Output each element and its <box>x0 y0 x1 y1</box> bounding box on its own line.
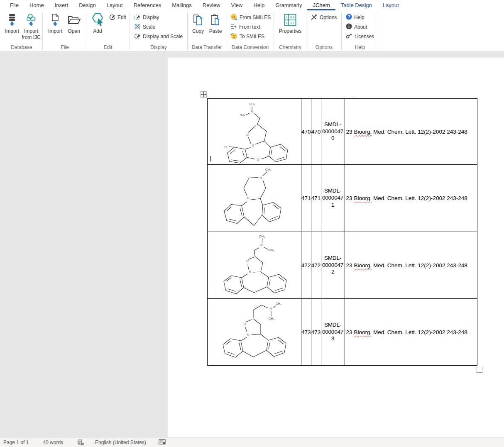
cell-id-a[interactable]: 470 <box>301 99 311 165</box>
table-resize-handle[interactable] <box>477 367 482 373</box>
tab-home[interactable]: Home <box>24 0 49 10</box>
misspelled-word: Bioorg. <box>354 129 372 135</box>
cell-id-b[interactable]: 471 <box>311 165 321 232</box>
cell-smdl[interactable]: SMDL-00000472 <box>321 232 345 299</box>
svg-text:x: x <box>286 21 287 25</box>
svg-text:N: N <box>247 196 249 200</box>
proofing-errors-icon[interactable] <box>73 439 88 446</box>
tab-layout[interactable]: Layout <box>101 0 128 10</box>
open-folder-icon <box>67 13 81 27</box>
scale-arrows-icon <box>134 23 141 31</box>
svg-text:N: N <box>260 243 262 247</box>
tab-mailings[interactable]: Mailings <box>166 0 197 10</box>
display-and-scale-button[interactable]: Display and Scale <box>134 32 183 41</box>
scale-button[interactable]: Scale <box>134 23 155 31</box>
structure-cell-472[interactable]: CH₃ N CH₃ O N <box>208 232 301 299</box>
tab-file[interactable]: File <box>5 0 24 10</box>
table-row: CH₃ N N 471 471 SMDL-00000471 23 Bioorg.… <box>208 165 477 232</box>
properties-button[interactable]: a 0.4 x 3.1 Properties <box>278 13 302 34</box>
group-label-file: File <box>44 44 86 50</box>
from-smiles-button[interactable]: From SMILES <box>230 13 271 22</box>
cell-ref[interactable]: 23 <box>345 299 354 366</box>
group-display: Display Scale Display and Scale Display <box>131 10 186 51</box>
group-label-data-transfer: Data Transfer <box>188 44 225 50</box>
tab-table-layout[interactable]: Layout <box>377 0 404 10</box>
svg-text:CH₃: CH₃ <box>276 302 281 305</box>
svg-text:O: O <box>257 158 259 161</box>
about-button[interactable]: About <box>346 23 367 31</box>
display-button[interactable]: Display <box>134 13 159 22</box>
structure-cell-470[interactable]: CH₃ N H₃C O N Cl O <box>208 99 301 165</box>
options-button[interactable]: Options <box>311 13 337 22</box>
group-label-options: Options <box>307 44 341 50</box>
add-structure-button[interactable]: Add <box>90 13 105 34</box>
cell-ref[interactable]: 23 <box>345 99 354 165</box>
cell-id-b[interactable]: 472 <box>311 232 321 299</box>
tab-review[interactable]: Review <box>197 0 226 10</box>
from-text-button[interactable]: From text <box>230 23 260 31</box>
database-import-from-ijc-button[interactable]: Importfrom IJC <box>21 13 42 41</box>
group-edit: Add Edit Edit <box>87 10 129 51</box>
group-database: Import Importfrom IJC Database <box>2 10 42 51</box>
group-label-edit: Edit <box>87 44 129 50</box>
group-label-chemistry: Chemistry <box>275 44 306 50</box>
svg-text:3.1: 3.1 <box>290 21 294 25</box>
page-indicator[interactable]: Page 1 of 1 <box>0 440 33 445</box>
cell-smdl[interactable]: SMDL-00000471 <box>321 165 345 232</box>
svg-text:CH₃: CH₃ <box>265 168 271 171</box>
cell-ref[interactable]: 23 <box>345 165 354 232</box>
display-and-scale-icon <box>134 33 141 41</box>
tab-references[interactable]: References <box>128 0 166 10</box>
database-import-icon <box>7 13 17 27</box>
cell-citation[interactable]: Bioorg. Med. Chem. Lett. 12(2)-2002 243-… <box>354 232 477 299</box>
edit-structure-button[interactable]: Edit <box>109 13 126 22</box>
language-indicator[interactable]: English (United States) <box>91 440 150 445</box>
paste-button[interactable]: Paste <box>208 13 223 34</box>
database-import-button[interactable]: Import <box>3 13 21 34</box>
tab-design[interactable]: Design <box>73 0 101 10</box>
tab-view[interactable]: View <box>225 0 248 10</box>
svg-text:N: N <box>269 307 272 310</box>
cell-citation[interactable]: Bioorg. Med. Chem. Lett. 12(2)-2002 243-… <box>354 165 477 232</box>
cell-citation[interactable]: Bioorg. Med. Chem. Lett. 12(2)-2002 243-… <box>354 99 477 165</box>
file-import-button[interactable]: Import <box>46 13 64 34</box>
svg-text:N: N <box>252 144 254 147</box>
help-button[interactable]: ? Help <box>346 13 365 22</box>
table-move-handle[interactable] <box>201 91 207 98</box>
chemical-structure-470: CH₃ N H₃C O N Cl O <box>208 99 301 164</box>
chemical-structure-473: CH₃ N CH₃ O N <box>208 299 301 365</box>
tab-help[interactable]: Help <box>248 0 270 10</box>
ribbon-tab-bar: File Home Insert Design Layout Reference… <box>0 0 504 10</box>
cell-smdl[interactable]: SMDL-00000470 <box>321 99 345 165</box>
cell-id-a[interactable]: 471 <box>301 165 311 232</box>
copy-icon <box>193 13 203 27</box>
cell-citation[interactable]: Bioorg. Med. Chem. Lett. 12(2)-2002 243-… <box>354 299 477 366</box>
cell-id-b[interactable]: 470 <box>311 99 321 165</box>
tab-grammarly[interactable]: Grammarly <box>270 0 307 10</box>
svg-text:a: a <box>286 15 288 19</box>
cell-id-a[interactable]: 473 <box>301 299 311 366</box>
svg-text:Cl: Cl <box>224 145 227 149</box>
cell-id-a[interactable]: 472 <box>301 232 311 299</box>
structure-cell-473[interactable]: CH₃ N CH₃ O N <box>208 299 301 366</box>
group-chemistry: a 0.4 x 3.1 Properties Chemistry <box>275 10 306 51</box>
structure-cell-471[interactable]: CH₃ N N <box>208 165 301 232</box>
to-smiles-button[interactable]: To SMILES <box>230 32 264 41</box>
table-row: CH₃ N CH₃ O N 472 472 SMDL-00000472 23 B… <box>208 232 477 299</box>
tools-icon <box>311 14 318 22</box>
tab-jchem[interactable]: JChem <box>307 0 335 10</box>
svg-text:CH₃: CH₃ <box>269 248 274 252</box>
svg-text:CH₃: CH₃ <box>269 317 274 320</box>
tab-table-design[interactable]: Table Design <box>335 0 377 10</box>
document-page[interactable]: CH₃ N H₃C O N Cl O 470 470 SMDL-00000470… <box>168 58 504 437</box>
smiley-back-arrow-icon <box>230 33 237 41</box>
licenses-button[interactable]: Licenses <box>346 32 374 41</box>
file-open-button[interactable]: Open <box>66 13 82 34</box>
cell-ref[interactable]: 23 <box>345 232 354 299</box>
word-count[interactable]: 40 words <box>39 440 67 445</box>
text-predictions-icon[interactable] <box>154 439 170 445</box>
cell-smdl[interactable]: SMDL-00000473 <box>321 299 345 366</box>
copy-button[interactable]: Copy <box>190 13 206 34</box>
tab-insert[interactable]: Insert <box>49 0 74 10</box>
cell-id-b[interactable]: 473 <box>311 299 321 366</box>
